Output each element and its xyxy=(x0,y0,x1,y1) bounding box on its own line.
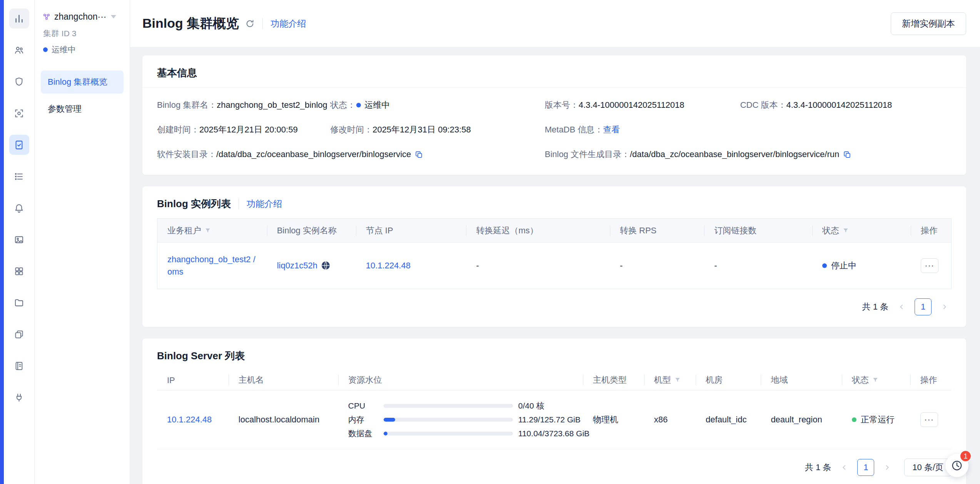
rps-value: - xyxy=(610,243,704,289)
instance-name-link[interactable]: liq0z1c52h xyxy=(277,261,317,271)
alarm-bell-icon[interactable] xyxy=(9,198,29,218)
col-machine-model: 机型 xyxy=(644,370,696,390)
table-header-row: IP 主机名 资源水位 主机类型 机型 机房 地域 状态 操作 xyxy=(157,370,952,390)
field-status: 状态： 运维中 xyxy=(330,99,545,111)
machine-model-value: x86 xyxy=(644,390,696,449)
cluster-id-label: 集群 ID 3 xyxy=(43,28,124,39)
more-actions-button[interactable]: ··· xyxy=(921,258,938,273)
page-number-button[interactable]: 1 xyxy=(857,459,874,476)
page-header: Binlog 集群概览 功能介绍 新增实例副本 xyxy=(130,0,980,47)
components-icon[interactable] xyxy=(9,324,29,344)
chevron-right-icon[interactable] xyxy=(880,460,894,475)
col-status: 状态 xyxy=(842,370,910,390)
cluster-status-label: 运维中 xyxy=(52,44,76,55)
plug-icon[interactable] xyxy=(9,387,29,407)
bar-chart-icon[interactable] xyxy=(9,8,29,28)
field-install-dir: 软件安装目录： /data/dba_zc/oceanbase_binlogser… xyxy=(157,149,545,160)
chevron-down-icon xyxy=(111,15,116,18)
node-ip-link[interactable]: 10.1.224.48 xyxy=(366,261,411,270)
notebook-icon[interactable] xyxy=(9,356,29,376)
cluster-status: 运维中 xyxy=(43,44,124,55)
basic-info-card: 基本信息 Binlog 集群名： zhangchong_ob_test2_bin… xyxy=(142,55,966,175)
status-dot-blue xyxy=(356,103,361,107)
cluster-name: zhangchon··· xyxy=(54,12,107,22)
folder-icon[interactable] xyxy=(9,293,29,313)
disk-progress-bar xyxy=(384,432,513,435)
sidebar-item-parameter-management[interactable]: 参数管理 xyxy=(41,97,124,121)
col-instance-name: Binlog 实例名称 xyxy=(267,219,356,243)
subscriptions-value: - xyxy=(704,243,812,289)
users-icon[interactable] xyxy=(9,40,29,60)
divider xyxy=(262,18,263,29)
chevron-left-icon[interactable] xyxy=(837,460,851,475)
filter-icon[interactable] xyxy=(872,377,879,384)
main-content: Binlog 集群概览 功能介绍 新增实例副本 基本信息 Binlog 集群名：… xyxy=(130,0,980,484)
filter-icon[interactable] xyxy=(204,227,211,234)
region-value: deault_region xyxy=(761,390,842,449)
server-ip-link[interactable]: 10.1.224.48 xyxy=(167,415,212,424)
add-instance-replica-button[interactable]: 新增实例副本 xyxy=(891,12,966,35)
instance-pagination: 共 1 条 1 xyxy=(142,289,966,327)
globe-badge-icon xyxy=(321,261,330,270)
server-list-card: Binlog Server 列表 IP 主机名 资源水位 xyxy=(142,338,966,484)
basic-info-grid: Binlog 集群名： zhangchong_ob_test2_binlog 状… xyxy=(142,88,966,175)
col-rps: 转换 RPS xyxy=(610,219,704,243)
server-list-title: Binlog Server 列表 xyxy=(157,349,245,363)
col-delay: 转换延迟（ms） xyxy=(466,219,609,243)
table-header-row: 业务租户 Binlog 实例名称 节点 IP 转换延迟（ms） 转换 RPS 订… xyxy=(157,219,951,243)
server-pagination: 共 1 条 1 10 条/页 xyxy=(142,449,966,484)
cards-container: 基本信息 Binlog 集群名： zhangchong_ob_test2_bin… xyxy=(130,47,980,484)
copy-icon[interactable] xyxy=(843,151,851,159)
tenant-link[interactable]: zhangchong_ob_test2 / oms xyxy=(167,253,257,278)
cluster-icon xyxy=(42,13,51,21)
memory-usage: 内存 11.29/125.72 GiB xyxy=(348,413,573,427)
table-row: zhangchong_ob_test2 / oms liq0z1c52h 10.… xyxy=(157,243,951,289)
table-row: 10.1.224.48 localhost.localdomain CPU 0/… xyxy=(157,390,952,449)
refresh-icon[interactable] xyxy=(245,19,255,28)
memory-progress-bar xyxy=(384,418,513,422)
binlog-doc-icon[interactable] xyxy=(9,135,29,155)
idc-value: default_idc xyxy=(696,390,761,449)
col-status: 状态 xyxy=(812,219,911,243)
host-type-value: 物理机 xyxy=(583,390,644,449)
picture-icon[interactable] xyxy=(9,229,29,250)
col-tenant: 业务租户 xyxy=(157,219,267,243)
field-version: 版本号： 4.3.4-100000142025112018 xyxy=(545,99,740,111)
grid-icon[interactable] xyxy=(9,261,29,281)
server-table: IP 主机名 资源水位 主机类型 机型 机房 地域 状态 操作 xyxy=(157,370,952,449)
chevron-right-icon[interactable] xyxy=(938,299,952,315)
filter-icon[interactable] xyxy=(842,227,849,234)
sidebar-item-binlog-overview[interactable]: Binlog 集群概览 xyxy=(41,70,124,94)
feature-intro-link[interactable]: 功能介绍 xyxy=(270,18,306,30)
col-actions: 操作 xyxy=(911,219,951,243)
list-icon[interactable] xyxy=(9,166,29,186)
sidebar-menu: Binlog 集群概览 参数管理 xyxy=(41,70,124,121)
col-idc: 机房 xyxy=(696,370,761,390)
feature-intro-link[interactable]: 功能介绍 xyxy=(247,198,282,210)
metadb-view-link[interactable]: 查看 xyxy=(603,124,620,136)
filter-icon[interactable] xyxy=(674,377,681,384)
cluster-selector[interactable]: zhangchon··· xyxy=(41,12,124,22)
col-hostname: 主机名 xyxy=(229,370,338,390)
instance-status: 停止中 xyxy=(822,260,901,271)
field-cdc-version: CDC 版本： 4.3.4-100000142025112018 xyxy=(740,99,952,111)
chevron-left-icon[interactable] xyxy=(895,299,908,315)
total-count: 共 1 条 xyxy=(862,301,888,313)
resource-usage-cell: CPU 0/40 核 内存 11.29/125.72 GiB xyxy=(338,390,583,449)
hostname-value: localhost.localdomain xyxy=(229,390,338,449)
basic-info-title: 基本信息 xyxy=(157,66,197,80)
page-number-button[interactable]: 1 xyxy=(915,298,932,315)
col-host-type: 主机类型 xyxy=(583,370,644,390)
notification-badge[interactable]: 1 xyxy=(960,450,972,462)
app-window: zhangchon··· 集群 ID 3 运维中 Binlog 集群概览 参数管… xyxy=(0,0,980,484)
disk-usage: 数据盘 110.04/3723.68 GiB xyxy=(348,427,573,440)
more-actions-button[interactable]: ··· xyxy=(920,412,938,427)
copy-icon[interactable] xyxy=(415,151,423,159)
page-title: Binlog 集群概览 xyxy=(142,15,239,32)
scan-icon[interactable] xyxy=(9,103,29,123)
shield-icon[interactable] xyxy=(9,72,29,92)
cpu-progress-bar xyxy=(384,404,513,408)
field-metadb-info: MetaDB 信息： 查看 xyxy=(545,124,740,136)
page-size-select[interactable]: 10 条/页 xyxy=(904,459,952,476)
field-create-time: 创建时间： 2025年12月21日 20:00:59 xyxy=(157,124,330,136)
